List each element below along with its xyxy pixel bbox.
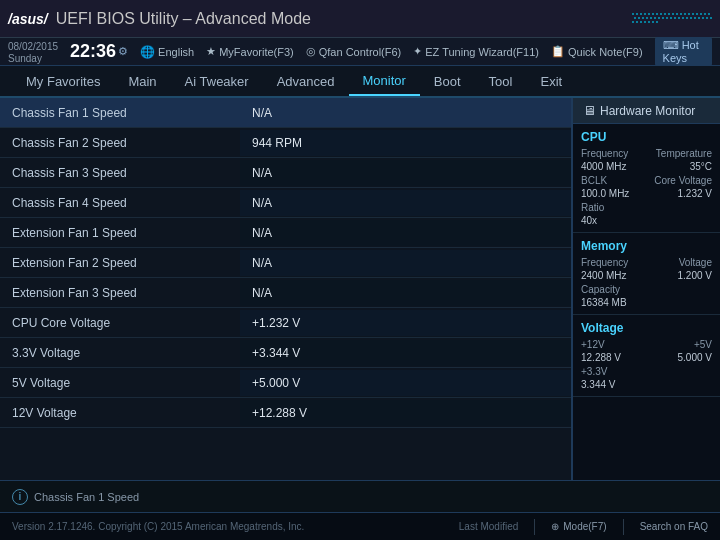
hw-monitor-title: Hardware Monitor: [600, 104, 695, 118]
cpu-bclk-corevolt-labels: BCLK Core Voltage: [581, 175, 712, 186]
svg-rect-3: [644, 13, 646, 15]
bclk-value: 100.0 MHz: [581, 188, 629, 199]
row-value: +3.344 V: [240, 340, 571, 366]
table-row[interactable]: 12V Voltage +12.288 V: [0, 398, 571, 428]
toolbar: 08/02/2015Sunday 22:36 ⚙ 🌐 English ★ MyF…: [0, 38, 720, 66]
monitor-table: Chassis Fan 1 Speed N/A Chassis Fan 2 Sp…: [0, 98, 572, 480]
nav-advanced[interactable]: Advanced: [263, 66, 349, 96]
hot-keys-button[interactable]: ⌨ Hot Keys: [655, 37, 712, 66]
svg-rect-23: [646, 17, 648, 19]
table-row[interactable]: Extension Fan 3 Speed N/A: [0, 278, 571, 308]
wand-icon: ✦: [413, 45, 422, 58]
capacity-label: Capacity: [581, 284, 620, 295]
svg-rect-19: [708, 13, 710, 15]
33v-value: 3.344 V: [581, 379, 615, 390]
star-icon: ★: [206, 45, 216, 58]
language-selector[interactable]: 🌐 English: [140, 45, 194, 59]
nav-my-favorites[interactable]: My Favorites: [12, 66, 114, 96]
row-value: +5.000 V: [240, 370, 571, 396]
svg-rect-7: [660, 13, 662, 15]
memory-section: Memory Frequency Voltage 2400 MHz 1.200 …: [573, 233, 720, 315]
svg-rect-27: [662, 17, 664, 19]
table-row[interactable]: CPU Core Voltage +1.232 V: [0, 308, 571, 338]
info-bar: i Chassis Fan 1 Speed: [0, 480, 720, 512]
row-value: +12.288 V: [240, 400, 571, 426]
note-icon: 📋: [551, 45, 565, 58]
qfan-control-button[interactable]: ◎ Qfan Control(F6): [306, 45, 402, 58]
svg-rect-32: [682, 17, 684, 19]
nav-exit[interactable]: Exit: [526, 66, 576, 96]
svg-rect-21: [638, 17, 640, 19]
svg-rect-25: [654, 17, 656, 19]
svg-rect-35: [694, 17, 696, 19]
svg-rect-45: [652, 21, 654, 23]
table-row[interactable]: Extension Fan 1 Speed N/A: [0, 218, 571, 248]
volt-33v-label-row: +3.3V: [581, 366, 712, 377]
quick-note-button[interactable]: 📋 Quick Note(F9): [551, 45, 643, 58]
nav-menu: My Favorites Main Ai Tweaker Advanced Mo…: [0, 66, 720, 98]
svg-rect-46: [656, 21, 658, 23]
svg-rect-38: [706, 17, 708, 19]
svg-rect-24: [650, 17, 652, 19]
table-row[interactable]: 3.3V Voltage +3.344 V: [0, 338, 571, 368]
svg-rect-5: [652, 13, 654, 15]
svg-rect-39: [710, 17, 712, 19]
nav-boot[interactable]: Boot: [420, 66, 475, 96]
svg-rect-40: [632, 21, 634, 23]
memory-section-title: Memory: [581, 239, 712, 253]
svg-rect-22: [642, 17, 644, 19]
svg-rect-2: [640, 13, 642, 15]
mem-freq-volt-values: 2400 MHz 1.200 V: [581, 270, 712, 281]
row-label: Chassis Fan 3 Speed: [0, 160, 240, 186]
my-favorite-button[interactable]: ★ MyFavorite(F3): [206, 45, 294, 58]
table-row[interactable]: Chassis Fan 1 Speed N/A: [0, 98, 571, 128]
table-row[interactable]: Chassis Fan 2 Speed 944 RPM: [0, 128, 571, 158]
table-row[interactable]: Chassis Fan 4 Speed N/A: [0, 188, 571, 218]
mem-frequency-value: 2400 MHz: [581, 270, 627, 281]
nav-main[interactable]: Main: [114, 66, 170, 96]
last-modified-label: Last Modified: [459, 521, 518, 532]
row-value: N/A: [240, 250, 571, 276]
decorative-dots: [632, 13, 712, 25]
volt-12v-5v-labels: +12V +5V: [581, 339, 712, 350]
volt-12v-5v-values: 12.288 V 5.000 V: [581, 352, 712, 363]
voltage-section-title: Voltage: [581, 321, 712, 335]
svg-rect-36: [698, 17, 700, 19]
info-text: Chassis Fan 1 Speed: [34, 491, 139, 503]
nav-monitor[interactable]: Monitor: [349, 66, 420, 96]
svg-rect-26: [658, 17, 660, 19]
row-value: N/A: [240, 160, 571, 186]
svg-rect-31: [678, 17, 680, 19]
row-label: 3.3V Voltage: [0, 340, 240, 366]
settings-icon[interactable]: ⚙: [118, 45, 128, 58]
row-label: Extension Fan 1 Speed: [0, 220, 240, 246]
frequency-label: Frequency: [581, 148, 628, 159]
mode-button[interactable]: ⊕ Mode(F7): [551, 521, 606, 532]
fan-icon: ◎: [306, 45, 316, 58]
cpu-section-title: CPU: [581, 130, 712, 144]
footer-right: Last Modified ⊕ Mode(F7) Search on FAQ: [459, 519, 708, 535]
monitor-icon: 🖥: [583, 103, 596, 118]
svg-rect-9: [668, 13, 670, 15]
mem-frequency-label: Frequency: [581, 257, 628, 268]
top-bar: /asus/ UEFI BIOS Utility – Advanced Mode: [0, 0, 720, 38]
row-label: Chassis Fan 4 Speed: [0, 190, 240, 216]
mem-voltage-label: Voltage: [679, 257, 712, 268]
table-row[interactable]: Extension Fan 2 Speed N/A: [0, 248, 571, 278]
mem-capacity-value-row: 16384 MB: [581, 297, 712, 308]
nav-tool[interactable]: Tool: [475, 66, 527, 96]
search-faq-button[interactable]: Search on FAQ: [640, 521, 708, 532]
12v-label: +12V: [581, 339, 605, 350]
ez-tuning-button[interactable]: ✦ EZ Tuning Wizard(F11): [413, 45, 539, 58]
nav-ai-tweaker[interactable]: Ai Tweaker: [171, 66, 263, 96]
svg-rect-37: [702, 17, 704, 19]
footer: Version 2.17.1246. Copyright (C) 2015 Am…: [0, 512, 720, 540]
main-content: Chassis Fan 1 Speed N/A Chassis Fan 2 Sp…: [0, 98, 720, 480]
5v-label: +5V: [694, 339, 712, 350]
row-label: Chassis Fan 1 Speed: [0, 100, 240, 126]
table-row[interactable]: 5V Voltage +5.000 V: [0, 368, 571, 398]
table-row[interactable]: Chassis Fan 3 Speed N/A: [0, 158, 571, 188]
svg-rect-1: [636, 13, 638, 15]
svg-rect-12: [680, 13, 682, 15]
33v-label: +3.3V: [581, 366, 607, 377]
